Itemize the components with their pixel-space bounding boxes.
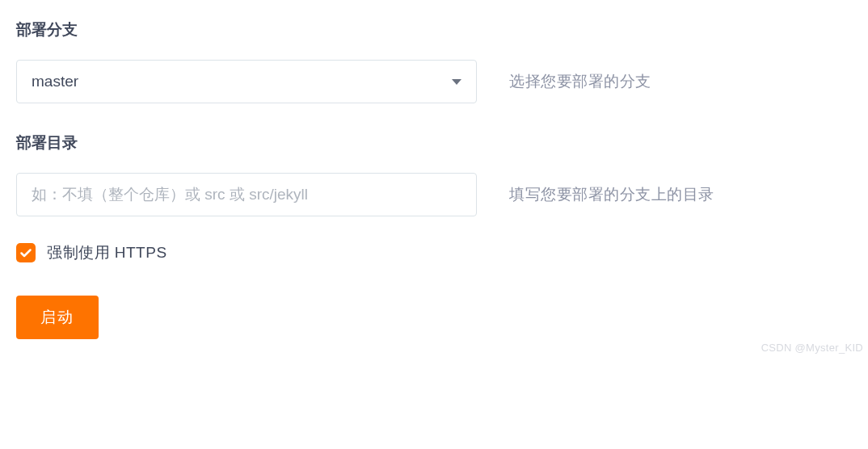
https-checkbox-row: 强制使用 HTTPS [16,242,852,263]
https-checkbox-label: 强制使用 HTTPS [47,242,167,263]
branch-label: 部署分支 [16,19,852,40]
directory-help-text: 填写您要部署的分支上的目录 [509,184,852,205]
branch-select-value: master [32,73,78,90]
caret-down-icon [452,79,461,85]
branch-field-row: master 选择您要部署的分支 [16,60,852,103]
branch-help-text: 选择您要部署的分支 [509,71,852,92]
branch-field-group: 部署分支 master 选择您要部署的分支 [16,19,852,103]
directory-field-group: 部署目录 填写您要部署的分支上的目录 [16,132,852,216]
directory-label: 部署目录 [16,132,852,153]
check-icon [19,246,32,259]
directory-field-row: 填写您要部署的分支上的目录 [16,173,852,216]
submit-button[interactable]: 启动 [16,296,99,339]
directory-input[interactable] [16,173,477,216]
watermark-text: CSDN @Myster_KID [761,342,863,354]
branch-select[interactable]: master [16,60,477,103]
https-checkbox[interactable] [16,243,36,262]
